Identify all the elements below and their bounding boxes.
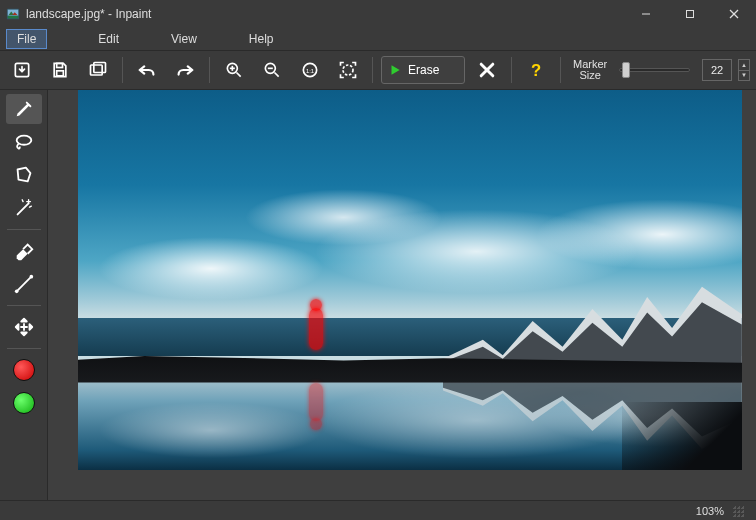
svg-rect-10 xyxy=(57,63,63,67)
menu-bar: File Edit View Help xyxy=(0,28,756,50)
selection-mask xyxy=(307,299,325,359)
status-bar: 103% xyxy=(0,500,756,520)
open-button[interactable] xyxy=(6,54,38,86)
selection-mask-reflection xyxy=(307,375,325,430)
app-icon xyxy=(6,7,20,21)
canvas-area[interactable] xyxy=(48,90,756,500)
svg-point-30 xyxy=(29,275,33,279)
top-toolbar: 1:1 Erase ? Marker Size 22 ▲ ▼ xyxy=(0,50,756,90)
zoom-in-button[interactable] xyxy=(218,54,250,86)
marker-size-value[interactable]: 22 xyxy=(702,59,732,81)
move-tool[interactable] xyxy=(6,312,42,342)
undo-button[interactable] xyxy=(131,54,163,86)
svg-point-23 xyxy=(343,65,353,75)
svg-line-15 xyxy=(237,73,241,77)
zoom-fit-button[interactable] xyxy=(332,54,364,86)
svg-text:?: ? xyxy=(531,61,541,80)
left-toolbar xyxy=(0,90,48,500)
mask-color-green[interactable] xyxy=(6,388,42,418)
polygon-tool[interactable] xyxy=(6,160,42,190)
menu-view[interactable]: View xyxy=(160,29,208,49)
maximize-button[interactable] xyxy=(668,0,712,28)
red-dot-icon xyxy=(13,359,35,381)
resize-grip[interactable] xyxy=(732,505,744,517)
svg-text:1:1: 1:1 xyxy=(306,68,314,74)
batch-button[interactable] xyxy=(82,54,114,86)
svg-rect-12 xyxy=(91,65,103,75)
erase-label: Erase xyxy=(408,63,439,77)
marker-tool[interactable] xyxy=(6,94,42,124)
cancel-button[interactable] xyxy=(471,54,503,86)
menu-help[interactable]: Help xyxy=(238,29,285,49)
marker-size-spinners: ▲ ▼ xyxy=(738,59,750,81)
svg-rect-6 xyxy=(687,11,694,18)
svg-point-29 xyxy=(14,290,18,294)
save-button[interactable] xyxy=(44,54,76,86)
lasso-tool[interactable] xyxy=(6,127,42,157)
play-icon xyxy=(388,63,402,77)
svg-line-28 xyxy=(16,277,31,292)
magic-wand-tool[interactable] xyxy=(6,193,42,223)
svg-rect-11 xyxy=(57,71,64,76)
svg-rect-4 xyxy=(8,16,19,19)
window-title: landscape.jpg* - Inpaint xyxy=(26,7,624,21)
line-tool[interactable] xyxy=(6,269,42,299)
mask-color-red[interactable] xyxy=(6,355,42,385)
menu-file[interactable]: File xyxy=(6,29,47,49)
svg-rect-13 xyxy=(94,63,106,73)
svg-point-27 xyxy=(16,136,31,145)
marker-size-down[interactable]: ▼ xyxy=(738,70,750,82)
marker-size-slider[interactable] xyxy=(619,68,690,72)
redo-button[interactable] xyxy=(169,54,201,86)
minimize-button[interactable] xyxy=(624,0,668,28)
eraser-tool[interactable] xyxy=(6,236,42,266)
zoom-level: 103% xyxy=(696,505,724,517)
erase-button[interactable]: Erase xyxy=(381,56,465,84)
svg-line-19 xyxy=(275,73,279,77)
help-button[interactable]: ? xyxy=(520,54,552,86)
marker-size-label: Marker Size xyxy=(573,59,607,81)
image-stage xyxy=(78,90,742,470)
zoom-out-button[interactable] xyxy=(256,54,288,86)
menu-edit[interactable]: Edit xyxy=(87,29,130,49)
close-button[interactable] xyxy=(712,0,756,28)
marker-size-up[interactable]: ▲ xyxy=(738,59,750,70)
green-dot-icon xyxy=(13,392,35,414)
title-bar: landscape.jpg* - Inpaint xyxy=(0,0,756,28)
zoom-100-button[interactable]: 1:1 xyxy=(294,54,326,86)
